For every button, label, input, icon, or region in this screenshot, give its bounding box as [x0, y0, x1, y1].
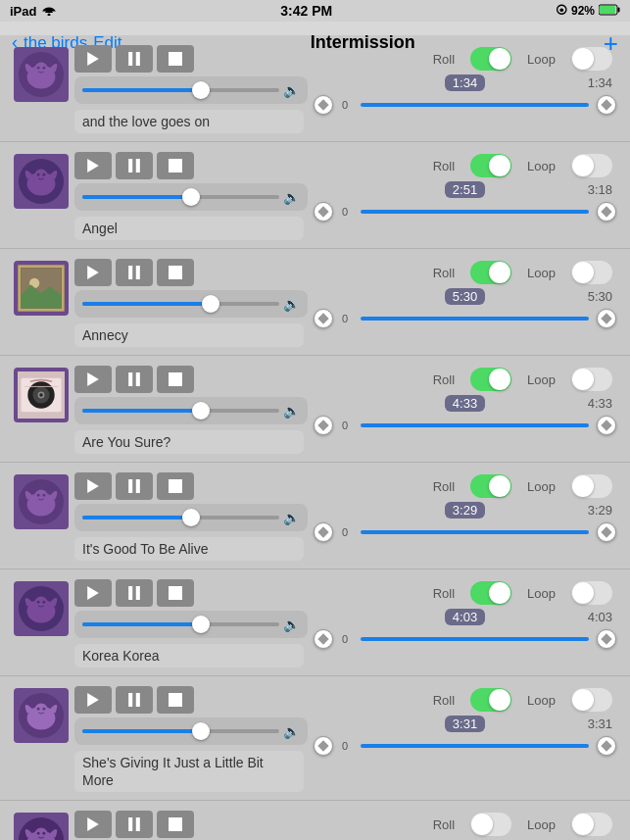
volume-slider[interactable] — [82, 622, 279, 626]
track-row: 🔊 Korea Korea Roll Loop — [0, 569, 630, 676]
play-button[interactable] — [74, 45, 112, 73]
loop-label: Loop — [527, 693, 556, 708]
roll-toggle[interactable] — [470, 47, 511, 71]
timeline-left-thumb[interactable] — [314, 202, 333, 222]
play-button[interactable] — [74, 579, 112, 607]
pause-button[interactable] — [116, 579, 153, 607]
volume-row: 🔊 — [74, 290, 308, 318]
timeline-right-thumb[interactable] — [597, 416, 616, 435]
roll-toggle[interactable] — [470, 154, 511, 177]
loop-toggle[interactable] — [571, 154, 612, 177]
volume-row: 🔊 — [74, 397, 308, 424]
timeline-left-thumb[interactable] — [314, 95, 333, 115]
timeline-zero: 0 — [337, 633, 353, 645]
svg-marker-25 — [87, 266, 99, 279]
roll-label: Roll — [433, 266, 455, 280]
loop-toggle[interactable] — [571, 261, 612, 284]
track-name: Korea Korea — [82, 648, 160, 664]
loop-toggle[interactable] — [571, 688, 612, 712]
track-name-row: Korea Korea — [74, 644, 304, 667]
timeline-left-thumb[interactable] — [314, 309, 333, 328]
roll-toggle[interactable] — [470, 368, 511, 391]
album-art — [14, 474, 69, 529]
loop-toggle[interactable] — [571, 474, 612, 498]
timeline-left-thumb[interactable] — [314, 416, 333, 435]
play-button[interactable] — [74, 366, 112, 393]
volume-slider[interactable] — [82, 516, 279, 519]
timeline-slider[interactable]: 0 — [314, 309, 616, 328]
timeline-slider[interactable]: 0 — [314, 95, 616, 115]
timeline-track[interactable] — [361, 103, 589, 107]
timeline-left-thumb[interactable] — [314, 522, 333, 542]
track-left: 🔊 Are You Sure? — [14, 366, 308, 454]
loop-toggle[interactable] — [571, 813, 612, 836]
pause-button[interactable] — [116, 366, 153, 393]
timeline-slider[interactable]: 0 — [314, 522, 616, 542]
transport-row — [74, 579, 308, 607]
stop-button[interactable] — [157, 811, 194, 838]
time-total: 4:03 — [588, 610, 612, 624]
roll-toggle[interactable] — [470, 581, 511, 605]
play-button[interactable] — [74, 152, 112, 179]
pause-button[interactable] — [116, 152, 153, 179]
roll-toggle[interactable] — [470, 813, 511, 836]
play-button[interactable] — [74, 811, 112, 838]
volume-slider[interactable] — [82, 88, 279, 92]
stop-button[interactable] — [157, 366, 194, 393]
track-controls: 🔊 — [74, 45, 308, 104]
roll-toggle[interactable] — [470, 261, 511, 284]
svg-point-42 — [37, 494, 40, 497]
pause-button[interactable] — [116, 811, 153, 838]
roll-label: Roll — [433, 586, 455, 601]
timeline-right-thumb[interactable] — [597, 522, 616, 542]
play-button[interactable] — [74, 686, 112, 714]
volume-slider[interactable] — [82, 302, 279, 306]
timeline-track[interactable] — [361, 423, 589, 427]
loop-label: Loop — [527, 586, 556, 601]
volume-slider[interactable] — [82, 195, 279, 199]
timeline-left-thumb[interactable] — [314, 629, 333, 649]
volume-slider[interactable] — [82, 729, 279, 733]
stop-button[interactable] — [157, 686, 194, 714]
svg-marker-53 — [87, 586, 99, 600]
pause-button[interactable] — [116, 259, 153, 286]
timeline-slider[interactable]: 0 — [314, 416, 616, 435]
loop-toggle[interactable] — [571, 581, 612, 605]
loop-toggle[interactable] — [571, 47, 612, 71]
timeline-track[interactable] — [361, 210, 589, 214]
stop-button[interactable] — [157, 45, 194, 73]
stop-button[interactable] — [157, 259, 194, 286]
svg-rect-72 — [128, 817, 132, 831]
svg-point-14 — [34, 170, 47, 182]
timeline-right-thumb[interactable] — [597, 629, 616, 649]
volume-icon: 🔊 — [283, 189, 300, 205]
timeline-slider[interactable]: 0 — [314, 202, 616, 222]
play-button[interactable] — [74, 472, 112, 500]
play-button[interactable] — [74, 259, 112, 286]
roll-toggle[interactable] — [470, 688, 511, 712]
timeline-right-thumb[interactable] — [597, 309, 616, 328]
time-badge: 3:31 — [445, 716, 485, 732]
timeline-track[interactable] — [361, 637, 589, 641]
timeline-right-thumb[interactable] — [597, 95, 616, 115]
timeline-right-thumb[interactable] — [597, 202, 616, 222]
timeline-track[interactable] — [361, 744, 589, 748]
track-right: Roll Loop — [314, 811, 616, 836]
timeline-track[interactable] — [361, 530, 589, 534]
loop-toggle[interactable] — [571, 368, 612, 391]
roll-toggle[interactable] — [470, 474, 511, 498]
time-badge: 4:33 — [445, 395, 485, 412]
timeline-left-thumb[interactable] — [314, 736, 333, 756]
track-left: 🔊 Korea Korea — [14, 579, 308, 667]
pause-button[interactable] — [116, 472, 153, 500]
volume-slider[interactable] — [82, 409, 279, 413]
timeline-slider[interactable]: 0 — [314, 736, 616, 756]
stop-button[interactable] — [157, 152, 194, 179]
stop-button[interactable] — [157, 472, 194, 500]
timeline-slider[interactable]: 0 — [314, 629, 616, 649]
stop-button[interactable] — [157, 579, 194, 607]
pause-button[interactable] — [116, 45, 153, 73]
pause-button[interactable] — [116, 686, 153, 714]
timeline-right-thumb[interactable] — [597, 736, 616, 756]
timeline-track[interactable] — [361, 317, 589, 321]
